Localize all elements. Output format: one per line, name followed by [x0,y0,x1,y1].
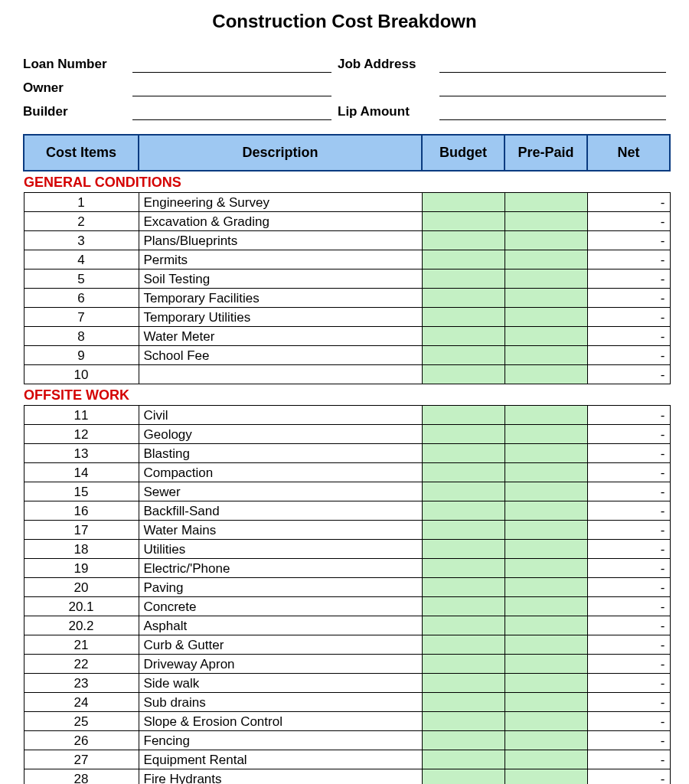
row-number: 8 [24,327,139,346]
row-net-cell: - [587,750,670,769]
row-budget-cell[interactable] [422,616,505,635]
row-budget-cell[interactable] [422,578,505,597]
lip-amount-field[interactable] [439,104,666,120]
row-prepaid-cell[interactable] [505,501,587,521]
builder-field[interactable] [132,104,331,120]
row-budget-cell[interactable] [422,501,505,521]
row-prepaid-cell[interactable] [505,597,587,616]
owner-field[interactable] [132,80,331,96]
row-budget-cell[interactable] [422,289,505,308]
row-budget-cell[interactable] [422,521,505,540]
row-net-cell: - [587,521,670,540]
row-description: Paving [139,578,422,597]
row-prepaid-cell[interactable] [505,270,587,289]
section-heading-text: OFFSITE WORK [24,384,670,406]
row-budget-cell[interactable] [422,231,505,250]
row-prepaid-cell[interactable] [505,540,587,559]
page-title: Construction Cost Breakdown [23,11,666,32]
row-budget-cell[interactable] [422,463,505,482]
row-net-cell: - [587,597,670,616]
row-budget-cell[interactable] [422,444,505,463]
row-budget-cell[interactable] [422,635,505,655]
row-prepaid-cell[interactable] [505,212,587,231]
table-row: 16Backfill-Sand- [24,501,670,521]
row-budget-cell[interactable] [422,712,505,731]
row-budget-cell[interactable] [422,674,505,693]
info-block: Loan Number Job Address Owner Builder Li… [23,57,666,120]
row-budget-cell[interactable] [422,693,505,712]
row-budget-cell[interactable] [422,327,505,346]
row-prepaid-cell[interactable] [505,712,587,731]
loan-number-field[interactable] [132,57,331,73]
row-description: Engineering & Survey [139,193,422,212]
row-number: 22 [24,655,139,674]
row-net-cell: - [587,212,670,231]
table-row: 24Sub drains- [24,693,670,712]
row-prepaid-cell[interactable] [505,444,587,463]
lip-amount-label: Lip Amount [338,104,433,120]
row-prepaid-cell[interactable] [505,308,587,327]
row-prepaid-cell[interactable] [505,365,587,384]
row-prepaid-cell[interactable] [505,406,587,425]
row-budget-cell[interactable] [422,308,505,327]
row-prepaid-cell[interactable] [505,521,587,540]
loan-number-label: Loan Number [23,57,126,73]
table-row: 19Electric/'Phone- [24,559,670,578]
row-prepaid-cell[interactable] [505,674,587,693]
row-description: Blasting [139,444,422,463]
row-prepaid-cell[interactable] [505,693,587,712]
job-address-field-2[interactable] [439,80,666,96]
row-description: Slope & Erosion Control [139,712,422,731]
row-budget-cell[interactable] [422,655,505,674]
row-prepaid-cell[interactable] [505,635,587,655]
row-number: 1 [24,193,139,212]
row-budget-cell[interactable] [422,250,505,270]
row-budget-cell[interactable] [422,540,505,559]
row-description: Temporary Facilities [139,289,422,308]
row-prepaid-cell[interactable] [505,346,587,365]
table-row: 22Driveway Apron- [24,655,670,674]
row-budget-cell[interactable] [422,597,505,616]
row-budget-cell[interactable] [422,365,505,384]
row-prepaid-cell[interactable] [505,193,587,212]
row-prepaid-cell[interactable] [505,482,587,501]
row-prepaid-cell[interactable] [505,769,587,785]
job-address-field[interactable] [439,57,666,73]
row-budget-cell[interactable] [422,212,505,231]
row-budget-cell[interactable] [422,406,505,425]
row-budget-cell[interactable] [422,482,505,501]
row-prepaid-cell[interactable] [505,578,587,597]
row-description: Electric/'Phone [139,559,422,578]
row-prepaid-cell[interactable] [505,731,587,750]
col-budget: Budget [422,135,505,171]
table-row: 9School Fee- [24,346,670,365]
row-prepaid-cell[interactable] [505,425,587,444]
row-prepaid-cell[interactable] [505,289,587,308]
row-budget-cell[interactable] [422,750,505,769]
row-number: 23 [24,674,139,693]
row-description: Sub drains [139,693,422,712]
row-prepaid-cell[interactable] [505,750,587,769]
row-description: Water Mains [139,521,422,540]
row-prepaid-cell[interactable] [505,463,587,482]
table-row: 3Plans/Blueprints- [24,231,670,250]
row-budget-cell[interactable] [422,270,505,289]
row-budget-cell[interactable] [422,346,505,365]
section-heading-text: GENERAL CONDITIONS [24,171,670,193]
row-number: 6 [24,289,139,308]
table-row: 21Curb & Gutter- [24,635,670,655]
row-budget-cell[interactable] [422,731,505,750]
row-budget-cell[interactable] [422,193,505,212]
row-prepaid-cell[interactable] [505,327,587,346]
row-prepaid-cell[interactable] [505,655,587,674]
table-row: 25Slope & Erosion Control- [24,712,670,731]
row-prepaid-cell[interactable] [505,559,587,578]
row-budget-cell[interactable] [422,425,505,444]
row-prepaid-cell[interactable] [505,231,587,250]
row-net-cell: - [587,501,670,521]
row-budget-cell[interactable] [422,559,505,578]
row-budget-cell[interactable] [422,769,505,785]
table-row: 17Water Mains- [24,521,670,540]
row-prepaid-cell[interactable] [505,616,587,635]
row-prepaid-cell[interactable] [505,250,587,270]
